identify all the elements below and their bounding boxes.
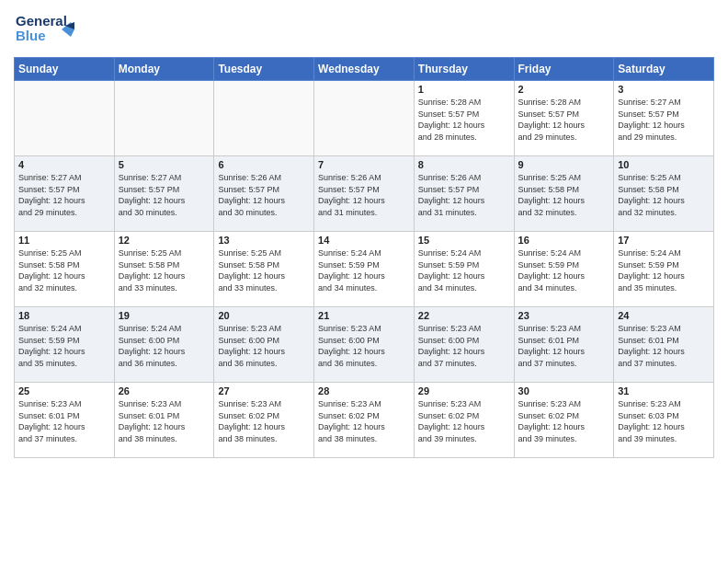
day-number: 9 — [518, 159, 610, 170]
day-info: Sunrise: 5:23 AM Sunset: 6:00 PM Dayligh… — [218, 323, 310, 369]
day-info: Sunrise: 5:24 AM Sunset: 5:59 PM Dayligh… — [418, 247, 510, 293]
calendar-cell: 12Sunrise: 5:25 AM Sunset: 5:58 PM Dayli… — [114, 232, 214, 307]
day-info: Sunrise: 5:25 AM Sunset: 5:58 PM Dayligh… — [618, 172, 710, 218]
calendar-cell: 1Sunrise: 5:28 AM Sunset: 5:57 PM Daylig… — [414, 81, 514, 156]
day-number: 25 — [18, 385, 110, 396]
day-info: Sunrise: 5:23 AM Sunset: 6:01 PM Dayligh… — [119, 398, 210, 444]
day-info: Sunrise: 5:23 AM Sunset: 6:01 PM Dayligh… — [618, 323, 710, 369]
day-number: 26 — [119, 385, 210, 396]
day-of-week-header: Wednesday — [314, 58, 415, 81]
calendar-week-row: 1Sunrise: 5:28 AM Sunset: 5:57 PM Daylig… — [15, 81, 714, 156]
day-of-week-header: Sunday — [15, 58, 115, 81]
calendar-cell: 16Sunrise: 5:24 AM Sunset: 5:59 PM Dayli… — [514, 232, 614, 307]
day-number: 1 — [418, 84, 510, 95]
calendar-cell: 22Sunrise: 5:23 AM Sunset: 6:00 PM Dayli… — [414, 307, 514, 383]
day-info: Sunrise: 5:23 AM Sunset: 6:02 PM Dayligh… — [518, 398, 610, 444]
calendar-cell: 21Sunrise: 5:23 AM Sunset: 6:00 PM Dayli… — [314, 307, 415, 383]
day-of-week-header: Thursday — [414, 58, 514, 81]
day-of-week-header: Monday — [114, 58, 214, 81]
calendar-cell: 6Sunrise: 5:26 AM Sunset: 5:57 PM Daylig… — [214, 156, 314, 232]
calendar-week-row: 18Sunrise: 5:24 AM Sunset: 5:59 PM Dayli… — [15, 307, 714, 383]
calendar-cell: 18Sunrise: 5:24 AM Sunset: 5:59 PM Dayli… — [15, 307, 115, 383]
calendar-cell: 2Sunrise: 5:28 AM Sunset: 5:57 PM Daylig… — [514, 81, 614, 156]
svg-text:Blue: Blue — [16, 28, 46, 43]
calendar-cell: 7Sunrise: 5:26 AM Sunset: 5:57 PM Daylig… — [314, 156, 415, 232]
day-info: Sunrise: 5:27 AM Sunset: 5:57 PM Dayligh… — [18, 172, 110, 218]
day-number: 11 — [18, 235, 110, 246]
calendar-cell — [114, 81, 214, 156]
calendar-cell: 20Sunrise: 5:23 AM Sunset: 6:00 PM Dayli… — [214, 307, 314, 383]
day-number: 13 — [218, 235, 310, 246]
day-number: 18 — [18, 310, 110, 321]
day-info: Sunrise: 5:28 AM Sunset: 5:57 PM Dayligh… — [518, 97, 610, 143]
calendar-cell: 15Sunrise: 5:24 AM Sunset: 5:59 PM Dayli… — [414, 232, 514, 307]
logo-icon: General Blue — [14, 9, 78, 48]
calendar-cell: 23Sunrise: 5:23 AM Sunset: 6:01 PM Dayli… — [514, 307, 614, 383]
day-info: Sunrise: 5:24 AM Sunset: 5:59 PM Dayligh… — [18, 323, 110, 369]
day-of-week-header: Friday — [514, 58, 614, 81]
day-info: Sunrise: 5:23 AM Sunset: 6:00 PM Dayligh… — [318, 323, 410, 369]
calendar-week-row: 25Sunrise: 5:23 AM Sunset: 6:01 PM Dayli… — [15, 383, 714, 458]
day-info: Sunrise: 5:26 AM Sunset: 5:57 PM Dayligh… — [418, 172, 510, 218]
day-number: 16 — [518, 235, 610, 246]
calendar-cell: 11Sunrise: 5:25 AM Sunset: 5:58 PM Dayli… — [15, 232, 115, 307]
calendar-cell: 27Sunrise: 5:23 AM Sunset: 6:02 PM Dayli… — [214, 383, 314, 458]
day-number: 22 — [418, 310, 510, 321]
day-info: Sunrise: 5:27 AM Sunset: 5:57 PM Dayligh… — [618, 97, 710, 143]
day-number: 21 — [318, 310, 410, 321]
day-info: Sunrise: 5:25 AM Sunset: 5:58 PM Dayligh… — [18, 247, 110, 293]
day-info: Sunrise: 5:23 AM Sunset: 6:02 PM Dayligh… — [218, 398, 310, 444]
day-info: Sunrise: 5:27 AM Sunset: 5:57 PM Dayligh… — [119, 172, 210, 218]
day-number: 20 — [218, 310, 310, 321]
day-info: Sunrise: 5:23 AM Sunset: 6:02 PM Dayligh… — [418, 398, 510, 444]
day-number: 14 — [318, 235, 410, 246]
day-number: 7 — [318, 159, 410, 170]
day-info: Sunrise: 5:23 AM Sunset: 6:00 PM Dayligh… — [418, 323, 510, 369]
day-number: 2 — [518, 84, 610, 95]
day-number: 3 — [618, 84, 710, 95]
logo: General Blue — [14, 9, 78, 52]
day-of-week-header: Tuesday — [214, 58, 314, 81]
day-number: 4 — [18, 159, 110, 170]
calendar-cell: 31Sunrise: 5:23 AM Sunset: 6:03 PM Dayli… — [614, 383, 714, 458]
day-info: Sunrise: 5:25 AM Sunset: 5:58 PM Dayligh… — [218, 247, 310, 293]
day-number: 15 — [418, 235, 510, 246]
calendar-cell: 13Sunrise: 5:25 AM Sunset: 5:58 PM Dayli… — [214, 232, 314, 307]
day-number: 17 — [618, 235, 710, 246]
day-number: 23 — [518, 310, 610, 321]
calendar-cell — [314, 81, 415, 156]
day-number: 8 — [418, 159, 510, 170]
calendar-cell: 24Sunrise: 5:23 AM Sunset: 6:01 PM Dayli… — [614, 307, 714, 383]
calendar-cell: 25Sunrise: 5:23 AM Sunset: 6:01 PM Dayli… — [15, 383, 115, 458]
day-number: 12 — [119, 235, 210, 246]
calendar-cell: 26Sunrise: 5:23 AM Sunset: 6:01 PM Dayli… — [114, 383, 214, 458]
day-number: 27 — [218, 385, 310, 396]
calendar-table: SundayMondayTuesdayWednesdayThursdayFrid… — [14, 57, 714, 458]
day-number: 5 — [119, 159, 210, 170]
calendar-cell: 30Sunrise: 5:23 AM Sunset: 6:02 PM Dayli… — [514, 383, 614, 458]
calendar-week-row: 11Sunrise: 5:25 AM Sunset: 5:58 PM Dayli… — [15, 232, 714, 307]
day-number: 30 — [518, 385, 610, 396]
day-info: Sunrise: 5:24 AM Sunset: 5:59 PM Dayligh… — [318, 247, 410, 293]
calendar-cell: 19Sunrise: 5:24 AM Sunset: 6:00 PM Dayli… — [114, 307, 214, 383]
calendar-cell: 17Sunrise: 5:24 AM Sunset: 5:59 PM Dayli… — [614, 232, 714, 307]
day-info: Sunrise: 5:25 AM Sunset: 5:58 PM Dayligh… — [119, 247, 210, 293]
calendar-cell: 3Sunrise: 5:27 AM Sunset: 5:57 PM Daylig… — [614, 81, 714, 156]
calendar-cell: 28Sunrise: 5:23 AM Sunset: 6:02 PM Dayli… — [314, 383, 415, 458]
calendar-cell: 4Sunrise: 5:27 AM Sunset: 5:57 PM Daylig… — [15, 156, 115, 232]
day-info: Sunrise: 5:23 AM Sunset: 6:03 PM Dayligh… — [618, 398, 710, 444]
day-info: Sunrise: 5:28 AM Sunset: 5:57 PM Dayligh… — [418, 97, 510, 143]
calendar-cell: 9Sunrise: 5:25 AM Sunset: 5:58 PM Daylig… — [514, 156, 614, 232]
day-number: 19 — [119, 310, 210, 321]
page: General Blue SundayMondayTuesdayWednesda… — [0, 0, 728, 563]
day-info: Sunrise: 5:25 AM Sunset: 5:58 PM Dayligh… — [518, 172, 610, 218]
calendar-cell: 10Sunrise: 5:25 AM Sunset: 5:58 PM Dayli… — [614, 156, 714, 232]
day-info: Sunrise: 5:24 AM Sunset: 6:00 PM Dayligh… — [119, 323, 210, 369]
calendar-cell: 8Sunrise: 5:26 AM Sunset: 5:57 PM Daylig… — [414, 156, 514, 232]
calendar-cell: 29Sunrise: 5:23 AM Sunset: 6:02 PM Dayli… — [414, 383, 514, 458]
day-number: 6 — [218, 159, 310, 170]
calendar-week-row: 4Sunrise: 5:27 AM Sunset: 5:57 PM Daylig… — [15, 156, 714, 232]
day-number: 28 — [318, 385, 410, 396]
calendar-cell: 14Sunrise: 5:24 AM Sunset: 5:59 PM Dayli… — [314, 232, 415, 307]
day-number: 31 — [618, 385, 710, 396]
